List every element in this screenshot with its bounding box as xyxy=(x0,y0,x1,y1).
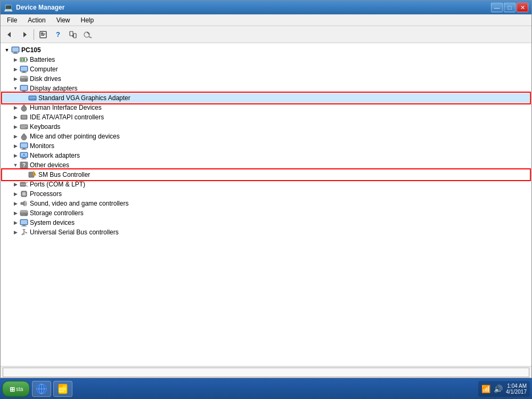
svg-rect-30 xyxy=(21,92,27,92)
expand-computer[interactable]: ▶ xyxy=(11,65,20,74)
expand-disk-drives[interactable]: ▶ xyxy=(11,75,20,83)
tree-root-pc105[interactable]: ▼ PC105 xyxy=(3,45,529,55)
pc105-label: PC105 xyxy=(21,46,41,54)
expand-system[interactable]: ▶ xyxy=(11,218,20,227)
computer-icon xyxy=(20,65,28,74)
taskbar-right: 📶 🔊 1:04 AM 4/1/2017 xyxy=(478,381,530,397)
expand-batteries[interactable]: ▶ xyxy=(11,55,20,64)
tree-item-monitors[interactable]: ▶ Monitors xyxy=(3,141,529,151)
expand-monitors[interactable]: ▶ xyxy=(11,142,20,150)
tree-item-standard-vga[interactable]: ▶ Standard VGA Graphics Adapter xyxy=(3,93,529,103)
expand-keyboards[interactable]: ▶ xyxy=(11,123,20,131)
usb-icon xyxy=(20,228,28,237)
back-button[interactable] xyxy=(3,28,17,41)
svg-rect-51 xyxy=(22,148,26,149)
network-label: Network adapters xyxy=(30,152,80,159)
svg-rect-115 xyxy=(59,384,67,386)
other-devices-icon: ? xyxy=(20,161,28,169)
tree-item-ide[interactable]: ▶ IDE ATA/ATAPI controllers xyxy=(3,112,529,122)
expand-network[interactable]: ▶ xyxy=(11,151,20,160)
close-button[interactable]: ✕ xyxy=(517,3,528,12)
taskbar-app-file[interactable] xyxy=(53,381,72,397)
tree-item-display-adapters[interactable]: ▼ Display adapters xyxy=(3,84,529,93)
menu-action[interactable]: Action xyxy=(23,15,50,25)
svg-point-102 xyxy=(22,234,23,235)
tree-item-sm-bus[interactable]: ▶ ! SM Bus Controller xyxy=(3,170,529,180)
tree-item-disk-drives[interactable]: ▶ Disk drives xyxy=(3,74,529,84)
help-button[interactable]: ? xyxy=(51,28,65,41)
svg-rect-29 xyxy=(22,91,26,92)
tree-item-sound[interactable]: ▶ Sound, video and game controllers xyxy=(3,199,529,208)
monitors-label: Monitors xyxy=(30,142,54,150)
pc105-icon xyxy=(11,46,20,54)
tree-item-storage[interactable]: ▶ Storage controllers xyxy=(3,208,529,218)
svg-rect-20 xyxy=(22,71,26,72)
expand-other-devices[interactable]: ▼ xyxy=(11,161,20,169)
forward-button[interactable] xyxy=(18,28,31,41)
tree-item-ports[interactable]: ▶ Ports (COM & LPT) xyxy=(3,180,529,189)
svg-rect-33 xyxy=(29,96,36,99)
title-bar: 💻 Device Manager — □ ✕ xyxy=(1,1,531,14)
tree-view[interactable]: ▼ PC105 ▶ xyxy=(1,43,531,366)
taskbar-network-icon: 📶 xyxy=(481,385,490,393)
tree-item-batteries[interactable]: ▶ Batteries xyxy=(3,55,529,64)
svg-rect-2 xyxy=(40,31,46,38)
expand-root[interactable]: ▼ xyxy=(3,46,11,54)
system-icon xyxy=(20,218,28,227)
tree-item-computer[interactable]: ▶ Computer xyxy=(3,64,529,74)
expand-mice[interactable]: ▶ xyxy=(11,132,20,141)
disk-drives-label: Disk drives xyxy=(30,75,61,83)
expand-usb[interactable]: ▶ xyxy=(11,228,20,237)
hid-icon xyxy=(20,103,28,112)
svg-rect-90 xyxy=(20,210,28,213)
system-clock: 1:04 AM 4/1/2017 xyxy=(506,383,527,395)
svg-rect-44 xyxy=(21,126,27,126)
storage-icon xyxy=(20,209,28,217)
svg-rect-22 xyxy=(21,67,27,71)
minimize-button[interactable]: — xyxy=(491,3,503,12)
menu-file[interactable]: File xyxy=(3,15,21,25)
processors-label: Processors xyxy=(30,190,62,198)
svg-rect-21 xyxy=(21,72,27,73)
svg-rect-46 xyxy=(21,128,25,128)
tree-item-usb[interactable]: ▶ Universal Serial Bus controllers xyxy=(3,227,529,237)
svg-point-60 xyxy=(23,154,25,156)
sm-bus-label: SM Bus Controller xyxy=(38,171,90,178)
tree-item-network[interactable]: ▶ Network adapters xyxy=(3,151,529,160)
device-manager-window: 💻 Device Manager — □ ✕ File Action View … xyxy=(0,0,532,378)
expand-display-adapters[interactable]: ▼ xyxy=(11,84,20,93)
ide-icon xyxy=(20,113,28,121)
tree-item-system[interactable]: ▶ System devices xyxy=(3,218,529,227)
svg-marker-1 xyxy=(23,32,27,37)
expand-hid[interactable]: ▶ xyxy=(11,103,20,112)
tree-item-mice[interactable]: ▶ Mice and other pointing devices xyxy=(3,132,529,141)
display-adapters-icon xyxy=(20,84,28,93)
svg-rect-31 xyxy=(21,86,27,90)
tree-item-other-devices[interactable]: ▼ ? Other devices xyxy=(3,160,529,170)
svg-text:?: ? xyxy=(22,162,26,168)
clock-date: 4/1/2017 xyxy=(506,389,527,395)
tree-item-hid[interactable]: ▶ Human Interface Devices xyxy=(3,103,529,112)
expand-ports[interactable]: ▶ xyxy=(11,180,20,189)
expand-sound[interactable]: ▶ xyxy=(11,199,20,208)
svg-point-62 xyxy=(26,157,27,158)
menu-view[interactable]: View xyxy=(52,15,75,25)
expand-processors[interactable]: ▶ xyxy=(11,190,20,198)
vga-icon xyxy=(28,94,37,102)
sound-icon xyxy=(20,199,28,208)
hid-label: Human Interface Devices xyxy=(30,104,102,111)
svg-rect-56 xyxy=(22,158,26,159)
tree-item-keyboards[interactable]: ▶ Keyboards xyxy=(3,122,529,132)
expand-ide[interactable]: ▶ xyxy=(11,113,20,121)
start-button[interactable]: ⊞ start xyxy=(2,381,30,397)
svg-point-73 xyxy=(24,184,25,185)
update-driver-button[interactable] xyxy=(66,28,80,41)
svg-rect-65 xyxy=(29,172,34,177)
taskbar-app-browser[interactable] xyxy=(32,381,51,397)
scan-button[interactable] xyxy=(81,28,95,41)
tree-item-processors[interactable]: ▶ xyxy=(3,189,529,199)
maximize-button[interactable]: □ xyxy=(504,3,515,12)
properties-button[interactable] xyxy=(36,28,50,41)
expand-storage[interactable]: ▶ xyxy=(11,209,20,217)
menu-help[interactable]: Help xyxy=(77,15,99,25)
